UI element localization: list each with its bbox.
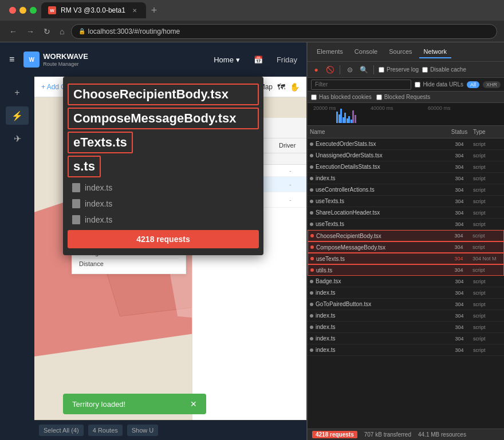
popup-file-1: ChooseRecipientBody.tsx	[68, 84, 259, 105]
back-button[interactable]: ←	[7, 26, 19, 37]
row-type: script	[473, 324, 502, 330]
filter-chip-xhr[interactable]: XHR	[483, 81, 501, 88]
clear-button[interactable]: 🚫	[325, 65, 335, 75]
row-type: script	[473, 210, 502, 216]
sidebar: + ⚡ ✈	[0, 77, 34, 440]
routes-button[interactable]: 4 Routes	[88, 425, 123, 436]
row-filename: index.ts	[316, 290, 446, 296]
sidebar-build-routes[interactable]: ⚡	[6, 106, 29, 125]
distance-label: Distance	[79, 260, 104, 267]
url-input[interactable]: 🔒 localhost:3003/#/routing/home	[71, 24, 497, 39]
row-filename: useTexts.ts	[316, 198, 446, 204]
network-row-11[interactable]: utils.ts 304 script	[308, 264, 504, 276]
hide-data-urls-checkbox[interactable]: Hide data URLs	[415, 81, 463, 88]
row-indicator	[310, 337, 313, 340]
has-blocked-cookies-label: Has blocked cookies	[319, 94, 372, 100]
preserve-log-checkbox[interactable]: Preserve log	[379, 66, 419, 73]
nav-home[interactable]: Home ▾	[214, 56, 240, 64]
timeline-label-2: 40000 ms	[371, 105, 393, 111]
home-button[interactable]: ⌂	[57, 26, 66, 37]
filter-chip-all[interactable]: All	[467, 81, 479, 88]
devtools-tabs: Elements Console Sources Network	[308, 42, 504, 62]
row-type: script	[473, 199, 502, 204]
popup-file-2: ComposeMessageBody.tsx	[68, 108, 259, 129]
network-row-4[interactable]: useControllerActions.ts 304 script	[308, 184, 504, 196]
tab-bar: W RM V3 @3.0.0-beta1 ✕ +	[0, 0, 504, 21]
network-row-15[interactable]: index.ts 304 script	[308, 310, 504, 322]
network-row-2[interactable]: ExecutionDetailsStats.tsx 304 script	[308, 161, 504, 173]
select-all-button[interactable]: Select All (4)	[39, 425, 84, 436]
record-button[interactable]: ●	[311, 65, 321, 75]
preserve-log-label: Preserve log	[387, 66, 419, 73]
row-status: 304	[448, 336, 471, 342]
hamburger-menu[interactable]: ≡	[9, 54, 14, 65]
network-row-8[interactable]: ChooseRecipientBody.tsx 304 script	[308, 230, 504, 241]
network-row-9[interactable]: ComposeMessageBody.tsx 304 script	[308, 241, 504, 253]
filter-icon-button[interactable]: ⊝	[345, 65, 355, 75]
filter-bar: Hide data URLs All XHR	[308, 78, 504, 92]
has-blocked-cookies-checkbox[interactable]: Has blocked cookies	[311, 94, 372, 100]
network-row-0[interactable]: ExecutedOrderStats.tsx 304 script	[308, 138, 504, 150]
network-row-3[interactable]: index.ts 304 script	[308, 173, 504, 184]
network-row-18[interactable]: index.ts 304 script	[308, 344, 504, 356]
row-status: 304	[448, 176, 471, 181]
col-header-type: Type	[473, 129, 502, 135]
row-filename: useTexts.ts	[316, 221, 446, 227]
new-tab-button[interactable]: +	[146, 2, 162, 18]
network-row-7[interactable]: useTexts.ts 304 script	[308, 219, 504, 230]
forward-button[interactable]: →	[24, 26, 37, 37]
close-button[interactable]	[9, 7, 16, 14]
devtools-tab-sources[interactable]: Sources	[384, 46, 416, 58]
popup-file-3: eTexts.ts	[68, 132, 133, 153]
blocked-requests-checkbox[interactable]: Blocked Requests	[376, 94, 431, 100]
network-row-5[interactable]: useTexts.ts 304 script	[308, 196, 504, 207]
file-icon	[72, 183, 80, 192]
row-filename: useTexts.ts	[316, 256, 445, 262]
minimize-button[interactable]	[19, 7, 26, 14]
row-indicator	[310, 245, 314, 249]
url-text: localhost:3003/#/routing/home	[88, 27, 180, 35]
reload-button[interactable]: ↻	[41, 26, 53, 37]
network-row-10[interactable]: useTexts.ts 304 304 Not M	[308, 253, 504, 264]
row-status: 304	[447, 244, 470, 250]
filter-input[interactable]	[311, 80, 411, 90]
popup-small-file-2: index.ts	[63, 196, 263, 212]
preserve-log-input[interactable]	[379, 67, 384, 73]
network-row-12[interactable]: Badge.tsx 304 script	[308, 276, 504, 287]
network-row-16[interactable]: index.ts 304 script	[308, 322, 504, 333]
devtools-tab-elements[interactable]: Elements	[312, 46, 348, 58]
disable-cache-label: Disable cache	[430, 66, 466, 73]
toast-close[interactable]: ✕	[190, 399, 197, 409]
search-button[interactable]: 🔍	[359, 65, 369, 75]
network-row-17[interactable]: index.ts 304 script	[308, 333, 504, 344]
maximize-button[interactable]	[30, 7, 37, 14]
sidebar-dispatch[interactable]: ✈	[6, 129, 29, 148]
hide-data-urls-input[interactable]	[415, 82, 420, 88]
row-type: script	[473, 141, 502, 147]
row-type: script	[473, 176, 502, 181]
network-row-14[interactable]: GoToPairedButton.tsx 304 script	[308, 299, 504, 310]
disable-cache-checkbox[interactable]: Disable cache	[422, 66, 466, 73]
row-status: 304	[447, 256, 470, 261]
blocked-requests-input[interactable]	[376, 94, 382, 100]
row-type: script	[472, 267, 501, 273]
network-row-1[interactable]: UnassignedOrderStats.tsx 304 script	[308, 150, 504, 161]
row-indicator	[310, 291, 313, 295]
devtools-tab-network[interactable]: Network	[419, 46, 451, 58]
disable-cache-input[interactable]	[422, 67, 428, 73]
timeline-label-3: 60000 ms	[428, 105, 451, 111]
network-row-13[interactable]: index.ts 304 script	[308, 287, 504, 299]
row-indicator	[310, 223, 313, 226]
tab-close-button[interactable]: ✕	[130, 6, 139, 15]
app-subtitle: Route Manager	[43, 61, 88, 67]
col-header-name: Name	[310, 129, 446, 135]
sidebar-add-order[interactable]: +	[6, 84, 29, 102]
devtools-status-bar: 4218 requests 707 kB transferred 44.1 MB…	[308, 429, 504, 440]
browser-tab-active[interactable]: W RM V3 @3.0.0-beta1 ✕	[41, 2, 146, 18]
has-blocked-cookies-input[interactable]	[311, 94, 317, 100]
row-type: script	[473, 153, 502, 158]
network-row-6[interactable]: ShareLocationHeader.tsx 304 script	[308, 207, 504, 219]
show-button[interactable]: Show U	[127, 425, 159, 436]
status-transferred: 707 kB transferred	[364, 431, 411, 438]
devtools-tab-console[interactable]: Console	[350, 46, 382, 58]
